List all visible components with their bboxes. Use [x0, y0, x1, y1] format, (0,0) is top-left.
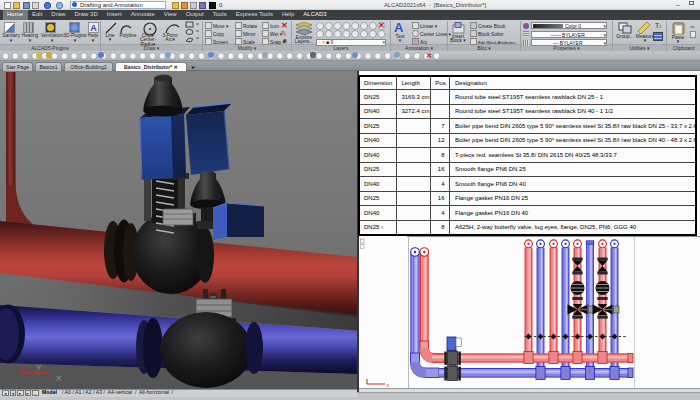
svg-text:Y: Y — [36, 363, 42, 372]
svg-text:X: X — [56, 374, 62, 383]
svg-text:x: x — [387, 382, 390, 388]
